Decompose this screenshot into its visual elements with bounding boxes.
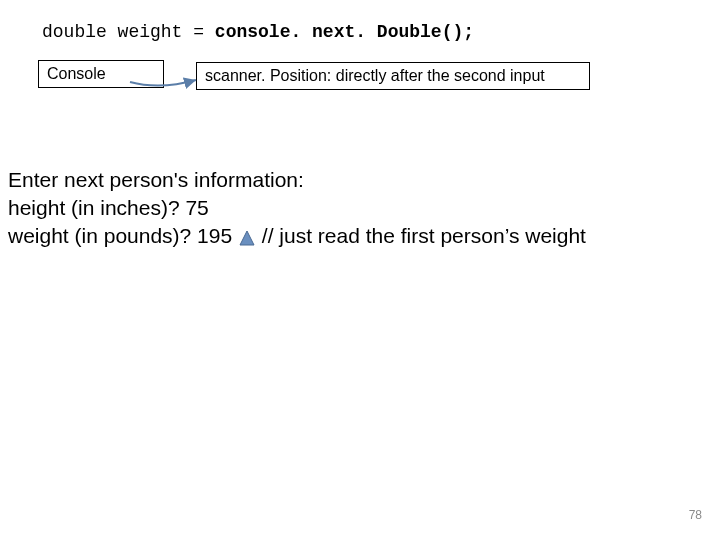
console-label: Console bbox=[47, 65, 106, 82]
svg-marker-0 bbox=[240, 231, 254, 245]
code-prefix: double weight = bbox=[42, 22, 215, 42]
output-line-3: weight (in pounds)? 195 // just read the… bbox=[8, 222, 586, 250]
output-line-3-prefix: weight (in pounds)? 195 bbox=[8, 224, 238, 247]
scanner-box: scanner. Position: directly after the se… bbox=[196, 62, 590, 90]
code-bold: console. next. Double(); bbox=[215, 22, 474, 42]
code-line: double weight = console. next. Double(); bbox=[42, 22, 474, 42]
scanner-label: scanner. Position: directly after the se… bbox=[205, 67, 545, 84]
output-line-1: Enter next person's information: bbox=[8, 166, 586, 194]
output-line-3-comment: // just read the first person’s weight bbox=[262, 224, 586, 247]
cursor-marker-icon bbox=[238, 229, 256, 247]
console-output: Enter next person's information: height … bbox=[8, 166, 586, 250]
page-number: 78 bbox=[689, 508, 702, 522]
output-line-2: height (in inches)? 75 bbox=[8, 194, 586, 222]
console-box: Console bbox=[38, 60, 164, 88]
